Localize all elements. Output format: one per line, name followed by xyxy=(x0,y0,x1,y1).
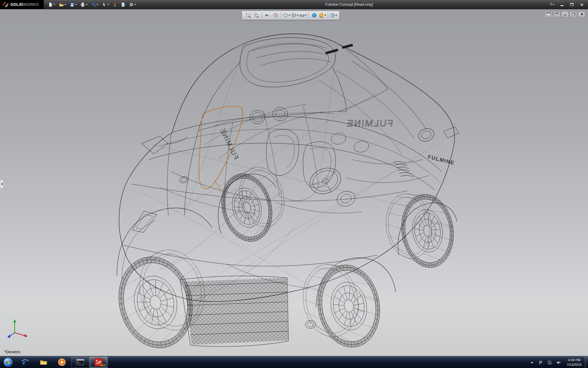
rebuild-icon xyxy=(112,2,117,7)
undo-icon xyxy=(91,2,96,7)
edit-appearance-sphere-icon xyxy=(311,13,317,18)
windows-flag-icon xyxy=(5,359,11,365)
window-title: Fulmine Concept [Read-only] xyxy=(325,0,373,9)
headsup-view-toolbar xyxy=(242,11,340,20)
dropdown-arrow-icon xyxy=(107,4,109,5)
model-badge-rear: FULMINE xyxy=(346,118,394,128)
volume-icon xyxy=(556,360,561,365)
dropdown-arrow-icon xyxy=(96,4,98,5)
toolbar-separator xyxy=(262,12,262,18)
wireframe-car-model: FULMINE FULMINE FULMINE xyxy=(0,9,588,356)
section-view-button[interactable] xyxy=(272,12,279,19)
help-label: ? xyxy=(550,2,552,7)
doc-minimize-button[interactable] xyxy=(562,11,568,17)
toolbar-separator xyxy=(328,12,328,18)
window-icon xyxy=(546,12,551,16)
apply-scene-button[interactable] xyxy=(318,12,326,19)
doc-next-window-button[interactable] xyxy=(553,11,560,17)
file-properties-icon xyxy=(121,2,126,7)
solidworks-application-window: SOLIDWORKS xyxy=(0,0,588,368)
volume-button[interactable] xyxy=(556,360,561,365)
terminal-icon xyxy=(76,358,84,366)
zoom-to-area-button[interactable] xyxy=(252,12,260,19)
taskbar-clock[interactable]: 4:00 PM 7/13/2015 xyxy=(565,358,584,367)
taskbar-file-explorer-button[interactable] xyxy=(35,357,52,368)
titlebar-controls: ? xyxy=(548,0,586,9)
zoom-to-fit-button[interactable] xyxy=(244,12,252,19)
doc-previous-window-button[interactable] xyxy=(545,11,552,17)
display-style-cube-icon xyxy=(291,13,296,18)
doc-close-button[interactable] xyxy=(578,11,585,17)
network-icon xyxy=(547,360,552,365)
dropdown-arrow-icon xyxy=(305,15,307,16)
dropdown-arrow-icon xyxy=(86,4,88,5)
previous-view-button[interactable] xyxy=(263,12,271,19)
solidworks-logo: SOLIDWORKS xyxy=(0,0,44,9)
network-button[interactable] xyxy=(547,360,552,365)
close-icon xyxy=(580,3,583,6)
print-icon xyxy=(80,2,85,7)
rebuild-button[interactable] xyxy=(111,1,119,8)
dropdown-arrow-icon xyxy=(288,15,290,16)
dropdown-arrow-icon xyxy=(54,4,55,5)
open-folder-icon xyxy=(59,2,64,7)
view-settings-button[interactable] xyxy=(330,12,337,19)
options-button[interactable] xyxy=(128,1,138,8)
feature-panel-collapse-tab[interactable] xyxy=(0,179,4,189)
dropdown-arrow-icon xyxy=(335,15,337,16)
close-icon xyxy=(580,13,583,16)
dropdown-arrow-icon xyxy=(324,15,326,16)
edit-appearance-button[interactable] xyxy=(310,12,318,19)
view-settings-icon xyxy=(330,13,335,18)
action-center-button[interactable] xyxy=(538,360,544,365)
document-window-controls xyxy=(545,11,585,17)
file-properties-button[interactable] xyxy=(119,1,127,8)
clock-date: 7/13/2015 xyxy=(565,362,584,367)
taskbar-solidworks-button[interactable]: 2015 xyxy=(90,357,107,368)
brand-text: SOLIDWORKS xyxy=(10,2,39,7)
toolbar-separator xyxy=(308,12,309,18)
restore-icon xyxy=(570,3,574,6)
doc-restore-button[interactable] xyxy=(570,11,577,17)
taskbar-internet-explorer-button[interactable]: e xyxy=(16,357,34,368)
new-document-button[interactable] xyxy=(47,1,57,8)
flag-icon xyxy=(538,360,543,365)
internet-explorer-icon: e xyxy=(21,358,29,366)
orientation-triad xyxy=(6,318,31,340)
help-button[interactable]: ? xyxy=(548,2,556,8)
show-hidden-icons-button[interactable] xyxy=(529,360,535,365)
undo-button[interactable] xyxy=(90,1,100,8)
apply-scene-icon xyxy=(318,13,324,18)
restore-icon xyxy=(572,13,575,16)
viewport-3d[interactable]: FULMINE FULMINE FULMINE xyxy=(0,9,588,356)
view-orientation-cube-icon xyxy=(283,13,288,18)
chevron-up-icon xyxy=(531,362,533,363)
zoom-to-area-icon xyxy=(254,13,259,18)
view-orientation-button[interactable] xyxy=(283,12,290,19)
display-style-button[interactable] xyxy=(291,12,299,19)
show-desktop-button[interactable] xyxy=(585,356,588,368)
dropdown-arrow-icon xyxy=(134,4,136,5)
hide-show-items-button[interactable] xyxy=(299,12,307,19)
close-button[interactable] xyxy=(578,2,586,8)
solidworks-year-badge: 2015 xyxy=(100,364,105,367)
dropdown-arrow-icon xyxy=(552,4,554,5)
minimize-button[interactable] xyxy=(558,2,566,8)
title-bar: SOLIDWORKS xyxy=(0,0,588,9)
dropdown-arrow-icon xyxy=(297,15,299,16)
folder-icon xyxy=(40,358,47,366)
start-button[interactable] xyxy=(0,356,16,368)
dropdown-arrow-icon xyxy=(64,4,66,5)
media-player-icon xyxy=(58,358,66,366)
print-button[interactable] xyxy=(79,1,89,8)
solidworks-logo-icon xyxy=(2,2,9,7)
restore-button[interactable] xyxy=(568,2,576,8)
taskbar-terminal-button[interactable] xyxy=(71,357,89,368)
open-button[interactable] xyxy=(58,1,67,8)
save-button[interactable] xyxy=(68,1,78,8)
select-button[interactable] xyxy=(100,1,110,8)
save-icon xyxy=(70,2,74,7)
taskbar-media-player-button[interactable] xyxy=(53,357,71,368)
zoom-to-fit-icon xyxy=(245,13,251,18)
clock-time: 4:00 PM xyxy=(565,358,584,362)
